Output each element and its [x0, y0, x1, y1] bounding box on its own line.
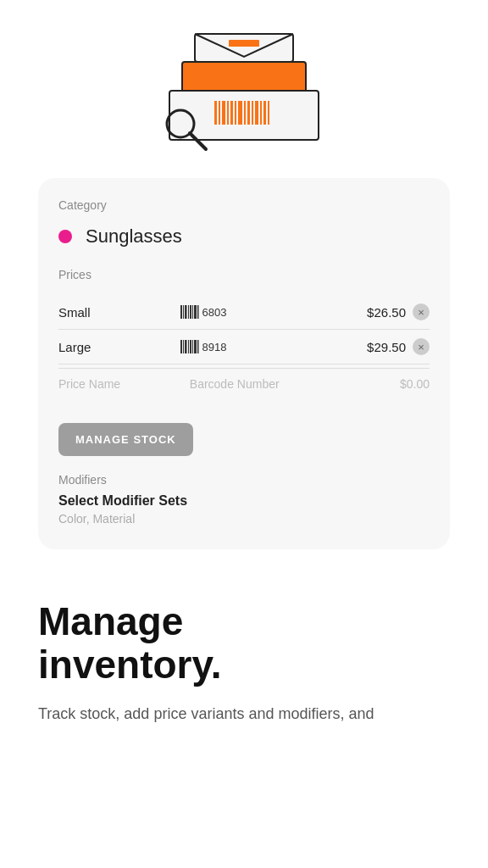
price-row-small: Small 6803 $26.50 × — [58, 295, 430, 330]
modifiers-label: Modifiers — [58, 473, 430, 487]
svg-rect-31 — [188, 340, 189, 353]
barcode-number-small: 6803 — [202, 306, 227, 319]
select-modifier-sets[interactable]: Select Modifier Sets — [58, 493, 430, 509]
svg-rect-26 — [194, 305, 197, 319]
illustration-wrapper — [159, 21, 329, 157]
prices-label: Prices — [58, 268, 430, 281]
svg-rect-30 — [185, 340, 187, 353]
category-color-dot — [58, 230, 72, 243]
svg-rect-29 — [183, 340, 184, 353]
svg-rect-7 — [227, 101, 229, 125]
price-row-large: Large 8918 $29.50 × — [58, 330, 430, 364]
magnifier-icon — [164, 107, 210, 153]
barcode-number-large: 8918 — [202, 341, 227, 353]
svg-rect-28 — [180, 340, 182, 353]
svg-rect-15 — [260, 101, 262, 125]
svg-rect-16 — [263, 101, 266, 125]
svg-rect-5 — [219, 101, 220, 125]
prices-section: Prices Small 6803 $26.50 × — [58, 268, 430, 399]
svg-rect-20 — [180, 305, 182, 319]
subtext: Track stock, add price variants and modi… — [38, 703, 450, 726]
headline-line1: Manage — [38, 599, 183, 643]
svg-rect-32 — [190, 340, 191, 353]
svg-rect-34 — [194, 340, 197, 353]
svg-rect-27 — [197, 305, 199, 319]
barcode-cell-small: 6803 — [180, 305, 352, 319]
remove-small-button[interactable]: × — [413, 303, 430, 320]
category-label: Category — [58, 198, 430, 212]
svg-rect-24 — [190, 305, 191, 319]
svg-rect-8 — [230, 101, 233, 125]
svg-rect-35 — [197, 340, 199, 353]
remove-large-button[interactable]: × — [413, 338, 430, 355]
svg-rect-22 — [185, 305, 187, 319]
headline-line2: inventory. — [38, 643, 221, 687]
svg-rect-23 — [188, 305, 189, 319]
svg-rect-10 — [238, 101, 242, 125]
svg-rect-13 — [252, 101, 253, 125]
product-card: Category Sunglasses Prices Small 68 — [38, 178, 450, 549]
svg-rect-9 — [235, 101, 236, 125]
price-name-placeholder[interactable]: Price Name — [58, 377, 183, 391]
svg-rect-4 — [214, 101, 217, 125]
envelope-icon — [193, 21, 295, 64]
hero-illustration — [0, 0, 488, 170]
barcode-cell-large: 8918 — [180, 340, 352, 353]
price-value-small: $26.50 — [359, 305, 406, 320]
price-name-small: Small — [58, 305, 174, 320]
category-row: Sunglasses — [58, 225, 430, 248]
barcode-placeholder[interactable]: Barcode Number — [190, 377, 376, 391]
svg-rect-11 — [244, 101, 246, 125]
svg-line-19 — [190, 133, 206, 149]
price-value-large: $29.50 — [359, 340, 406, 354]
svg-rect-6 — [222, 101, 225, 125]
category-name: Sunglasses — [86, 225, 182, 248]
price-name-large: Large — [58, 340, 174, 354]
svg-rect-14 — [255, 101, 258, 125]
svg-rect-1 — [229, 40, 259, 47]
barcode-icon-large — [180, 340, 199, 353]
price-amount-placeholder[interactable]: $0.00 — [383, 377, 430, 391]
manage-stock-button[interactable]: MANAGE STOCK — [58, 423, 193, 456]
bottom-section: Manage inventory. Track stock, add price… — [0, 575, 488, 760]
svg-rect-21 — [183, 305, 184, 319]
svg-rect-2 — [182, 62, 306, 92]
barcode-icon-small — [180, 305, 199, 319]
modifier-tags: Color, Material — [58, 512, 430, 526]
svg-rect-25 — [192, 305, 193, 319]
svg-rect-17 — [268, 101, 269, 125]
new-price-input-row: Price Name Barcode Number $0.00 — [58, 368, 430, 399]
main-headline: Manage inventory. — [38, 600, 450, 686]
svg-rect-33 — [192, 340, 193, 353]
svg-rect-12 — [247, 101, 250, 125]
